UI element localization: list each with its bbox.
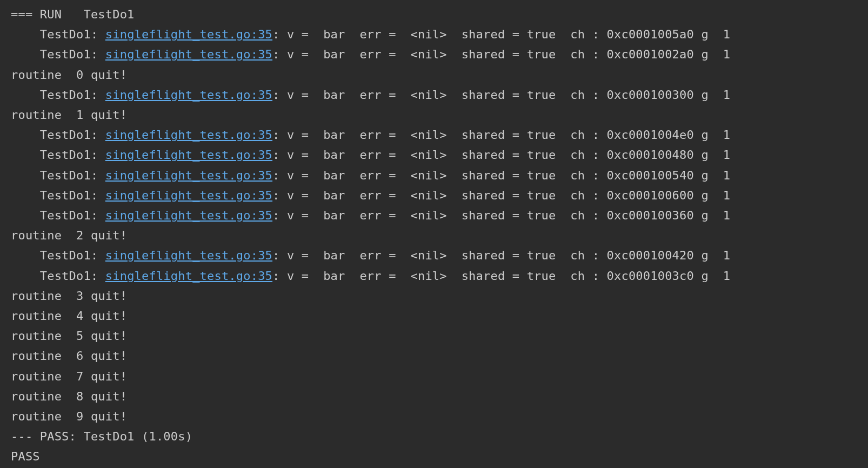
err-value: <nil> [411,48,447,61]
routine-index: 0 [69,68,84,82]
err-label: err = [359,209,396,222]
test-name: TestDo1 [40,249,91,262]
v-value: bar [323,148,345,162]
g-label: g [701,28,708,41]
g-label: g [701,209,708,222]
source-link[interactable]: singleflight_test.go:35 [105,88,272,102]
ch-value: 0xc0001003c0 [607,269,694,283]
err-value: <nil> [411,249,447,262]
shared-label: shared = [462,269,520,283]
source-link[interactable]: singleflight_test.go:35 [105,128,272,142]
routine-index: 5 [69,329,84,343]
v-value: bar [323,169,345,182]
err-label: err = [359,28,396,41]
g-value: 1 [723,48,730,61]
shared-value: true [527,128,556,142]
test-name: TestDo1 [40,148,91,162]
err-value: <nil> [411,189,447,202]
ch-value: 0xc0001002a0 [607,48,694,61]
err-label: err = [359,148,396,162]
test-name: TestDo1 [40,28,91,41]
g-value: 1 [723,169,730,182]
v-value: bar [323,128,345,142]
v-value: bar [323,28,345,41]
routine-quit-line: routine 2 quit! [11,229,127,242]
source-link[interactable]: singleflight_test.go:35 [105,48,272,61]
shared-label: shared = [462,88,520,102]
err-label: err = [359,88,396,102]
log-line: TestDo1: singleflight_test.go:35: v = ba… [11,28,730,41]
routine-quit-line: routine 4 quit! [11,309,127,323]
test-name: TestDo1 [40,88,91,102]
g-label: g [701,128,708,142]
source-link[interactable]: singleflight_test.go:35 [105,169,272,182]
err-value: <nil> [411,88,447,102]
ch-label: ch : [570,48,599,61]
err-value: <nil> [411,269,447,283]
ch-value: 0xc000100540 [607,169,694,182]
routine-quit-line: routine 7 quit! [11,370,127,383]
ch-label: ch : [570,88,599,102]
g-value: 1 [723,88,730,102]
ch-label: ch : [570,169,599,182]
ch-label: ch : [570,148,599,162]
err-label: err = [359,169,396,182]
routine-index: 1 [69,108,84,122]
log-line: TestDo1: singleflight_test.go:35: v = ba… [11,189,730,202]
routine-quit-line: routine 9 quit! [11,410,127,423]
shared-value: true [527,48,556,61]
source-link[interactable]: singleflight_test.go:35 [105,28,272,41]
err-value: <nil> [411,28,447,41]
err-label: err = [359,128,396,142]
err-value: <nil> [411,128,447,142]
source-link[interactable]: singleflight_test.go:35 [105,189,272,202]
log-line: TestDo1: singleflight_test.go:35: v = ba… [11,209,730,222]
shared-value: true [527,209,556,222]
v-value: bar [323,189,345,202]
g-label: g [701,148,708,162]
ch-label: ch : [570,209,599,222]
g-value: 1 [723,148,730,162]
ch-label: ch : [570,269,599,283]
v-label: v = [287,28,309,41]
routine-quit-line: routine 5 quit! [11,329,127,343]
routine-quit-line: routine 3 quit! [11,289,127,303]
ch-label: ch : [570,128,599,142]
log-line: TestDo1: singleflight_test.go:35: v = ba… [11,169,730,182]
shared-label: shared = [462,128,520,142]
log-line: TestDo1: singleflight_test.go:35: v = ba… [11,148,730,162]
routine-index: 7 [69,370,84,383]
g-label: g [701,48,708,61]
ch-value: 0xc000100420 [607,249,694,262]
g-label: g [701,249,708,262]
source-link[interactable]: singleflight_test.go:35 [105,209,272,222]
pass-test-name: TestDo1 [83,430,134,443]
shared-label: shared = [462,48,520,61]
elapsed: 1.00s [149,430,185,443]
ch-value: 0xc000100480 [607,148,694,162]
routine-quit-line: routine 1 quit! [11,108,127,122]
err-value: <nil> [411,169,447,182]
g-value: 1 [723,269,730,283]
source-link[interactable]: singleflight_test.go:35 [105,148,272,162]
shared-value: true [527,249,556,262]
source-link[interactable]: singleflight_test.go:35 [105,249,272,262]
shared-value: true [527,189,556,202]
v-label: v = [287,128,309,142]
ch-value: 0xc000100360 [607,209,694,222]
v-value: bar [323,269,345,283]
v-value: bar [323,249,345,262]
test-name: TestDo1 [40,128,91,142]
g-value: 1 [723,28,730,41]
g-value: 1 [723,128,730,142]
test-name: TestDo1 [40,189,91,202]
source-link[interactable]: singleflight_test.go:35 [105,269,272,283]
ch-label: ch : [570,28,599,41]
ch-value: 0xc000100600 [607,189,694,202]
run-test-name: TestDo1 [83,8,134,21]
err-label: err = [359,269,396,283]
ch-value: 0xc000100300 [607,88,694,102]
ch-label: ch : [570,249,599,262]
v-label: v = [287,148,309,162]
test-output-terminal: === RUN TestDo1 TestDo1: singleflight_te… [0,0,868,468]
